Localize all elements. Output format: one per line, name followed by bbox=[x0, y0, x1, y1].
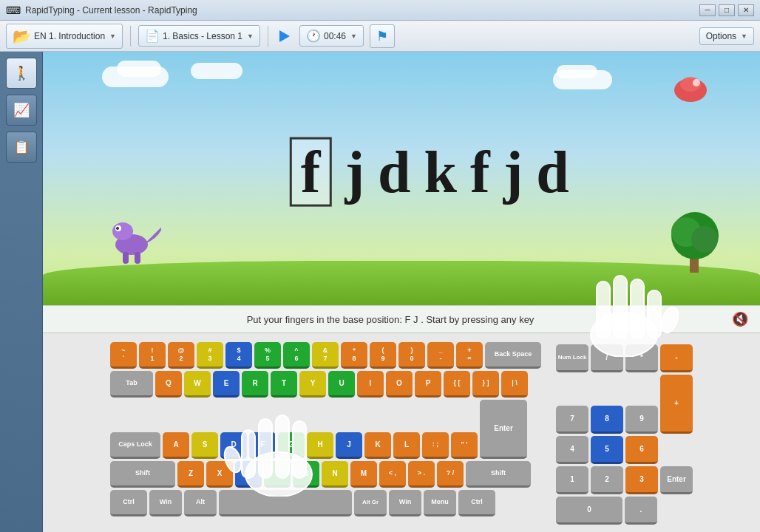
key-num7[interactable]: 7 bbox=[556, 406, 588, 434]
key-capslock[interactable]: Caps Lock bbox=[110, 432, 160, 459]
key-numenter[interactable]: Enter bbox=[660, 466, 693, 494]
key-equals[interactable]: += bbox=[456, 342, 483, 369]
key-0[interactable]: )0 bbox=[398, 342, 425, 369]
zxcv-row: Shift Z X C V B N M < , > . ? / Shift bbox=[110, 461, 541, 488]
key-num2[interactable]: 2 bbox=[591, 466, 623, 494]
key-q[interactable]: Q bbox=[155, 371, 182, 398]
key-label: Back Space bbox=[495, 350, 532, 358]
key-r[interactable]: R bbox=[242, 371, 268, 398]
key-numminus[interactable]: - bbox=[660, 344, 693, 372]
key-p[interactable]: P bbox=[415, 371, 441, 398]
key-lbracket[interactable]: { [ bbox=[444, 371, 470, 398]
key-z[interactable]: Z bbox=[177, 461, 204, 488]
key-win-right[interactable]: Win bbox=[389, 490, 421, 516]
key-a[interactable]: A bbox=[163, 432, 189, 459]
key-l[interactable]: L bbox=[393, 432, 420, 459]
key-u[interactable]: U bbox=[328, 371, 355, 398]
key-backtick[interactable]: ~` bbox=[110, 342, 137, 369]
main-keyboard: ~` !1 @2 #3 $4 %5 ^6 &7 *8 (9 )0 _- += B… bbox=[110, 342, 541, 499]
key-shift-left[interactable]: Shift bbox=[110, 461, 175, 488]
key-nummul[interactable]: * bbox=[625, 344, 658, 372]
lesson-selector[interactable]: 📂 EN 1. Introduction ▼ bbox=[6, 24, 123, 49]
key-o[interactable]: O bbox=[386, 371, 413, 398]
flag-btn[interactable]: ⚑ bbox=[370, 24, 395, 48]
key-num4[interactable]: 4 bbox=[556, 436, 588, 464]
key-space[interactable] bbox=[219, 490, 352, 516]
key-period[interactable]: > . bbox=[408, 461, 435, 488]
key-num9[interactable]: 9 bbox=[625, 406, 658, 434]
key-4[interactable]: $4 bbox=[225, 342, 252, 369]
key-backslash[interactable]: | \ bbox=[501, 371, 528, 398]
key-tab[interactable]: Tab bbox=[110, 371, 153, 398]
key-6[interactable]: ^6 bbox=[283, 342, 310, 369]
key-j[interactable]: J bbox=[336, 432, 362, 459]
key-label: > . bbox=[418, 469, 425, 477]
key-quote[interactable]: " ' bbox=[451, 432, 478, 459]
key-v[interactable]: V bbox=[264, 461, 291, 488]
key-t[interactable]: T bbox=[271, 371, 297, 398]
options-button[interactable]: Options ▼ bbox=[699, 27, 754, 45]
key-alt-gr[interactable]: Alt Gr bbox=[354, 490, 387, 516]
key-alt-left[interactable]: Alt bbox=[184, 490, 217, 516]
sidebar-btn-walk[interactable]: 🚶 bbox=[6, 58, 37, 89]
minimize-button[interactable]: ─ bbox=[699, 4, 716, 16]
key-m[interactable]: M bbox=[350, 461, 377, 488]
key-g[interactable]: G bbox=[278, 432, 305, 459]
key-label: #3 bbox=[208, 347, 211, 363]
key-enter[interactable]: Enter bbox=[480, 400, 527, 459]
key-slash[interactable]: ? / bbox=[437, 461, 464, 488]
key-win-left[interactable]: Win bbox=[149, 490, 182, 516]
key-num8[interactable]: 8 bbox=[591, 406, 623, 434]
key-comma[interactable]: < , bbox=[379, 461, 406, 488]
key-ctrl-right[interactable]: Ctrl bbox=[458, 490, 495, 516]
typing-display: f j d k f j d bbox=[290, 137, 569, 206]
close-button[interactable]: ✕ bbox=[738, 4, 754, 16]
key-num1[interactable]: 1 bbox=[556, 466, 588, 494]
key-7[interactable]: &7 bbox=[312, 342, 339, 369]
key-f[interactable]: F bbox=[249, 432, 276, 459]
key-3[interactable]: #3 bbox=[197, 342, 223, 369]
key-numdot[interactable]: . bbox=[625, 497, 657, 525]
sidebar-btn-lessons[interactable]: 📋 bbox=[6, 132, 37, 163]
layout-selector[interactable]: 📄 1. Basics - Lesson 1 ▼ bbox=[138, 25, 260, 47]
key-b[interactable]: B bbox=[293, 461, 319, 488]
key-9[interactable]: (9 bbox=[370, 342, 396, 369]
timer-display[interactable]: 🕐 00:46 ▼ bbox=[299, 25, 364, 47]
key-5[interactable]: %5 bbox=[254, 342, 281, 369]
key-d[interactable]: D bbox=[220, 432, 247, 459]
char-highlighted: f bbox=[290, 137, 332, 206]
key-8[interactable]: *8 bbox=[341, 342, 367, 369]
sidebar-btn-stats[interactable]: 📈 bbox=[6, 95, 37, 126]
key-num0[interactable]: 0 bbox=[556, 497, 622, 525]
play-button[interactable] bbox=[276, 27, 294, 45]
maximize-button[interactable]: □ bbox=[719, 4, 735, 16]
key-x[interactable]: X bbox=[206, 461, 233, 488]
key-i[interactable]: I bbox=[357, 371, 384, 398]
key-c[interactable]: C bbox=[235, 461, 262, 488]
key-label: )0 bbox=[410, 347, 413, 363]
key-num5[interactable]: 5 bbox=[591, 436, 623, 464]
key-num3[interactable]: 3 bbox=[625, 466, 658, 494]
key-ctrl-left[interactable]: Ctrl bbox=[110, 490, 147, 516]
key-k[interactable]: K bbox=[364, 432, 391, 459]
key-n[interactable]: N bbox=[322, 461, 348, 488]
key-menu[interactable]: Menu bbox=[424, 490, 456, 516]
volume-button[interactable]: 🔇 bbox=[732, 311, 748, 327]
key-backspace[interactable]: Back Space bbox=[485, 342, 541, 369]
key-1[interactable]: !1 bbox=[139, 342, 166, 369]
key-rbracket[interactable]: } ] bbox=[472, 371, 499, 398]
key-e[interactable]: E bbox=[213, 371, 240, 398]
key-y[interactable]: Y bbox=[299, 371, 326, 398]
key-minus[interactable]: _- bbox=[427, 342, 454, 369]
key-shift-right[interactable]: Shift bbox=[466, 461, 531, 488]
key-num6[interactable]: 6 bbox=[625, 436, 658, 464]
key-numplus[interactable]: + bbox=[660, 375, 693, 434]
key-semicolon[interactable]: : ; bbox=[422, 432, 449, 459]
key-h[interactable]: H bbox=[307, 432, 333, 459]
key-numdiv[interactable]: / bbox=[591, 344, 623, 372]
char-3: d bbox=[378, 142, 411, 201]
key-w[interactable]: W bbox=[184, 371, 211, 398]
key-2[interactable]: @2 bbox=[168, 342, 194, 369]
key-s[interactable]: S bbox=[191, 432, 218, 459]
key-numlock[interactable]: Num Lock bbox=[556, 344, 588, 372]
